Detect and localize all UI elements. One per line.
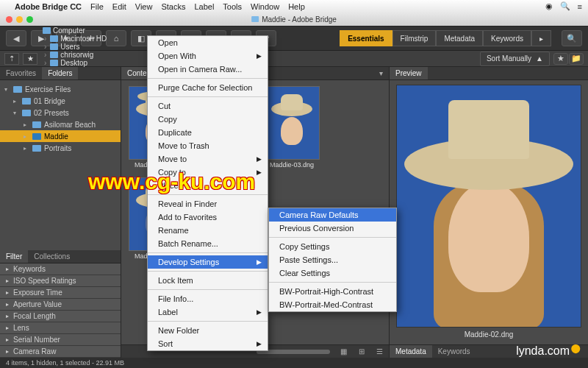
tab-metadata-bottom[interactable]: Metadata — [390, 345, 432, 358]
menu-window[interactable]: Window — [251, 2, 279, 11]
search-icon[interactable]: 🔍 — [560, 1, 570, 11]
ctx-copy[interactable]: Copy — [148, 113, 268, 126]
ctx-move-to[interactable]: Move to▶ — [148, 152, 268, 166]
tab-preview[interactable]: Preview — [390, 67, 428, 79]
workspace-more[interactable]: ▸ — [531, 30, 551, 46]
filter-star-button[interactable]: ★ — [553, 53, 568, 65]
folder-01-bridge[interactable]: ▸01 Bridge — [0, 95, 121, 107]
breadcrumb-chrisorwig[interactable]: ›chrisorwig — [41, 51, 108, 59]
chevron-right-icon: ▶ — [257, 52, 262, 60]
menu-stacks[interactable]: Stacks — [161, 2, 185, 11]
develop-previous-conversion[interactable]: Previous Conversion — [269, 222, 396, 235]
ctx-rename[interactable]: Rename — [148, 224, 268, 237]
tab-keywords-bottom[interactable]: Keywords — [432, 345, 476, 358]
folder-icon — [32, 145, 41, 152]
new-folder-button[interactable]: 📁 — [569, 53, 584, 65]
status-text: 4 items, 1 hidden, 1 selected - 22.91 MB — [6, 359, 124, 367]
ctx-develop-settings[interactable]: Develop Settings▶ — [148, 255, 268, 269]
tab-collections[interactable]: Collections — [28, 250, 76, 263]
minimize-window-icon[interactable] — [16, 16, 23, 23]
folder-exercise-files[interactable]: ▾Exercise Files — [0, 83, 121, 95]
tab-filter[interactable]: Filter — [0, 250, 28, 263]
chevron-right-icon: ▸ — [6, 301, 9, 308]
develop-camera-raw-defaults[interactable]: Camera Raw Defaults — [269, 208, 396, 222]
ctx-add-to-favorites[interactable]: Add to Favorites — [148, 210, 268, 224]
ctx-lock-item[interactable]: Lock Item — [148, 274, 268, 287]
filter-exposure-time[interactable]: ▸Exposure Time — [0, 287, 121, 299]
search-field-icon[interactable]: 🔍 — [562, 30, 582, 46]
develop-bw-portrait-high-contrast[interactable]: BW-Portrait-High-Contrast — [269, 285, 396, 298]
close-window-icon[interactable] — [6, 16, 12, 23]
menu-file[interactable]: File — [90, 2, 104, 11]
develop-copy-settings[interactable]: Copy Settings — [269, 240, 396, 253]
sort-dropdown[interactable]: Sort Manually ▲ — [480, 52, 550, 66]
workspace-metadata[interactable]: Metadata — [436, 30, 483, 46]
ctx-copy-to[interactable]: Copy to▶ — [148, 166, 268, 179]
breadcrumb-users[interactable]: ›Users — [41, 43, 108, 51]
menu-view[interactable]: View — [135, 2, 153, 11]
folder-02-presets[interactable]: ▾02 Presets — [0, 107, 121, 118]
filter-serial-number[interactable]: ▸Serial Number — [0, 334, 121, 346]
status-bar: 4 items, 1 hidden, 1 selected - 22.91 MB — [0, 358, 588, 368]
path-favorites-button[interactable]: ★ — [23, 53, 37, 65]
develop-settings-submenu[interactable]: Camera Raw DefaultsPrevious ConversionCo… — [268, 208, 397, 312]
ctx-new-folder[interactable]: New Folder — [148, 324, 268, 337]
ctx-file-info-[interactable]: File Info... — [148, 292, 268, 305]
cloud-icon[interactable]: ◉ — [545, 1, 553, 11]
context-menu[interactable]: OpenOpen With▶Open in Camera Raw...Purge… — [147, 35, 268, 351]
ctx-cut[interactable]: Cut — [148, 99, 268, 113]
menu-tools[interactable]: Tools — [223, 2, 242, 11]
ctx-move-to-trash[interactable]: Move to Trash — [148, 139, 268, 152]
develop-paste-settings-[interactable]: Paste Settings... — [269, 253, 396, 266]
ctx-open[interactable]: Open — [148, 36, 268, 49]
zoom-window-icon[interactable] — [26, 16, 33, 23]
develop-bw-portrait-med-contrast[interactable]: BW-Portrait-Med-Contrast — [269, 298, 396, 311]
folder-icon — [22, 98, 31, 105]
menubar-extra-icon[interactable]: ≡ — [578, 2, 582, 11]
workspace-filmstrip[interactable]: Filmstrip — [392, 30, 437, 46]
filter-keywords[interactable]: ▸Keywords — [0, 263, 121, 275]
view-lock-icon[interactable]: ⊞ — [353, 345, 370, 358]
menu-help[interactable]: Help — [288, 2, 305, 11]
camera-download-icon[interactable]: ⌂ — [106, 30, 126, 46]
folder-maddie[interactable]: ▸Maddie — [0, 130, 121, 142]
menu-label[interactable]: Label — [194, 2, 214, 11]
tab-folders[interactable]: Folders — [42, 67, 78, 79]
ctx-purge-cache-for-selection[interactable]: Purge Cache for Selection — [148, 81, 268, 94]
folder-portraits[interactable]: ▸Portraits — [0, 142, 121, 154]
ctx-open-in-camera-raw-[interactable]: Open in Camera Raw... — [148, 63, 268, 76]
ctx-sort[interactable]: Sort▶ — [148, 337, 268, 350]
menu-edit[interactable]: Edit — [112, 2, 126, 11]
filter-aperture-value[interactable]: ▸Aperture Value — [0, 299, 121, 311]
content-view-menu-icon[interactable]: ▾ — [373, 67, 389, 79]
view-list-icon[interactable]: ☰ — [370, 345, 389, 358]
view-grid-icon[interactable]: ▦ — [334, 345, 353, 358]
ctx-open-with[interactable]: Open With▶ — [148, 49, 268, 63]
ctx-batch-rename-[interactable]: Batch Rename... — [148, 237, 268, 250]
breadcrumb-desktop[interactable]: ›Desktop — [41, 59, 108, 67]
filter-iso-speed-ratings[interactable]: ▸ISO Speed Ratings — [0, 275, 121, 287]
tab-favorites[interactable]: Favorites — [0, 67, 42, 79]
ctx-place[interactable]: Place — [148, 179, 268, 192]
filter-lens[interactable]: ▸Lens — [0, 322, 121, 334]
thumbnail-Maddie-03-dng[interactable]: Maddie-03.dng — [262, 86, 321, 169]
path-up-button[interactable]: ⇡ — [4, 53, 19, 65]
folder-asilomar-beach[interactable]: ▸Asilomar Beach — [0, 118, 121, 130]
app-menu[interactable]: Adobe Bridge CC — [15, 2, 82, 11]
ctx-label[interactable]: Label▶ — [148, 305, 268, 319]
develop-clear-settings[interactable]: Clear Settings — [269, 266, 396, 280]
folder-icon — [50, 60, 58, 66]
filter-camera-raw[interactable]: ▸Camera Raw — [0, 346, 121, 358]
workspace-keywords[interactable]: Keywords — [483, 30, 531, 46]
ctx-reveal-in-finder[interactable]: Reveal in Finder — [148, 197, 268, 210]
ctx-duplicate[interactable]: Duplicate — [148, 126, 268, 139]
breadcrumb-macintosh-hd[interactable]: ›Macintosh HD — [41, 35, 108, 43]
folder-icon — [32, 133, 41, 140]
breadcrumb-computer[interactable]: Computer — [41, 26, 108, 35]
filter-focal-length[interactable]: ▸Focal Length — [0, 311, 121, 322]
folder-icon — [43, 27, 51, 34]
workspace-essentials[interactable]: Essentials — [340, 30, 392, 46]
folder-icon — [50, 52, 58, 58]
back-button[interactable]: ◀ — [6, 30, 26, 46]
preview-image[interactable] — [396, 85, 581, 328]
